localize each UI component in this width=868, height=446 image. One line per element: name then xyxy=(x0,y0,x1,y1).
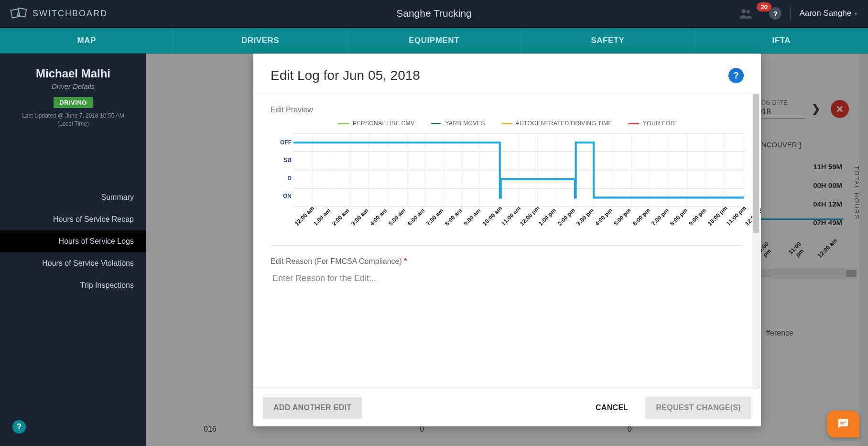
chevron-down-icon: ▼ xyxy=(853,11,858,17)
legend-auto-driving: AUTOGENERATED DRIVING TIME xyxy=(501,120,612,127)
users-icon[interactable] xyxy=(739,8,752,19)
x-tick: 9:00 pm xyxy=(687,207,707,227)
x-tick: 10:00 pm xyxy=(706,205,729,227)
x-tick: 8:00 am xyxy=(444,207,464,227)
y-label-d: D xyxy=(271,175,292,182)
driver-summary: Michael Malhi Driver Details DRIVING Las… xyxy=(0,54,146,134)
legend-swatch xyxy=(629,123,639,124)
modal-title: Edit Log for Jun 05, 2018 xyxy=(271,68,420,83)
chart-x-axis: 12:00 am1:00 am2:00 am3:00 am4:00 am5:00… xyxy=(293,207,744,229)
svg-point-2 xyxy=(742,9,746,13)
y-label-sb: SB xyxy=(271,157,292,163)
nav-ifta[interactable]: IFTA xyxy=(695,28,868,53)
scrollbar-thumb[interactable] xyxy=(753,94,759,233)
section-divider xyxy=(271,245,744,246)
brand-text: SWITCHBOARD xyxy=(33,9,108,19)
svg-point-3 xyxy=(747,10,750,13)
add-edit-button[interactable]: ADD ANOTHER EDIT xyxy=(263,397,362,419)
modal-footer: ADD ANOTHER EDIT CANCEL REQUEST CHANGE(S… xyxy=(253,389,761,426)
legend-swatch xyxy=(501,123,512,124)
x-tick: 6:00 pm xyxy=(631,207,651,227)
sidebar: Michael Malhi Driver Details DRIVING Las… xyxy=(0,54,146,446)
sidebar-help-icon[interactable]: ? xyxy=(12,420,26,434)
x-tick: 9:00 am xyxy=(462,207,482,227)
x-tick: 8:00 pm xyxy=(669,207,689,227)
legend-yard-moves: YARD MOVES xyxy=(431,120,485,127)
x-tick: 6:00 am xyxy=(406,207,426,227)
sidebar-item-inspections[interactable]: Trip Inspections xyxy=(0,274,146,296)
legend-label: AUTOGENERATED DRIVING TIME xyxy=(516,120,612,127)
chart-canvas xyxy=(293,133,744,207)
chart-legend: PERSONAL USE CMV YARD MOVES AUTOGENERATE… xyxy=(271,120,744,127)
y-label-on: ON xyxy=(271,193,292,199)
nav-drivers[interactable]: DRIVERS xyxy=(174,28,347,53)
company-name: Sanghe Trucking xyxy=(396,8,472,19)
svg-rect-34 xyxy=(840,422,846,423)
legend-your-edit: YOUR EDIT xyxy=(629,120,676,127)
legend-label: YOUR EDIT xyxy=(643,120,676,127)
modal-header: Edit Log for Jun 05, 2018 ? xyxy=(253,54,761,93)
x-tick: 7:00 am xyxy=(425,207,445,227)
request-changes-button[interactable]: REQUEST CHANGE(S) xyxy=(645,397,751,419)
modal-scrollbar[interactable] xyxy=(752,93,760,389)
legend-label: YARD MOVES xyxy=(445,120,485,127)
modal-body: Edit Preview PERSONAL USE CMV YARD MOVES… xyxy=(253,93,761,389)
x-tick: 4:00 pm xyxy=(594,207,614,227)
nav-equipment[interactable]: EQUIPMENT xyxy=(347,28,521,53)
x-tick: 7:00 pm xyxy=(650,207,670,227)
modal-help-icon[interactable]: ? xyxy=(728,68,744,83)
driver-subtitle: Driver Details xyxy=(6,82,141,90)
reason-input[interactable] xyxy=(271,266,744,287)
x-tick: 12:00 am xyxy=(293,205,315,227)
divider xyxy=(790,7,791,20)
app-header: SWITCHBOARD Sanghe Trucking 20 ? Aaron S… xyxy=(0,0,868,28)
x-tick: 3:00 pm xyxy=(575,207,595,227)
legend-swatch xyxy=(338,123,349,124)
x-tick: 11:00 am xyxy=(500,205,522,227)
header-actions: 20 ? Aaron Sanghe▼ xyxy=(739,7,858,20)
status-badge: DRIVING xyxy=(54,97,93,108)
legend-swatch xyxy=(431,123,441,124)
content-area: ❮ DRIVER'S LOG DATE Jun 5, 2018 ❯ ✕ /ANC… xyxy=(146,54,868,446)
legend-personal-cmv: PERSONAL USE CMV xyxy=(338,120,414,127)
required-indicator: * xyxy=(404,257,407,265)
reason-label-row: Edit Reason (For FMCSA Compliance) * xyxy=(271,257,744,266)
x-tick: 5:00 am xyxy=(387,207,407,227)
cancel-button[interactable]: CANCEL xyxy=(585,397,639,419)
edit-log-modal: Edit Log for Jun 05, 2018 ? Edit Preview… xyxy=(253,54,761,426)
x-tick: 1:00 am xyxy=(312,207,332,227)
x-tick: 3:00 am xyxy=(350,207,370,227)
x-tick: 5:00 pm xyxy=(612,207,632,227)
x-tick: 10:00 am xyxy=(481,205,503,227)
chart: OFF SB D ON 12:00 am1:00 am2:00 am3:00 a… xyxy=(271,133,744,224)
help-icon[interactable]: ? xyxy=(769,7,781,20)
svg-rect-35 xyxy=(840,424,845,424)
last-updated: Last Updated @ June 7, 2018 10:55 AM (Lo… xyxy=(6,112,141,128)
chat-icon xyxy=(836,417,850,431)
chart-y-axis: OFF SB D ON xyxy=(271,133,292,205)
brand-logo[interactable]: SWITCHBOARD xyxy=(10,6,108,21)
preview-heading: Edit Preview xyxy=(271,106,744,114)
sidebar-item-recap[interactable]: Hours of Service Recap xyxy=(0,208,146,230)
sidebar-item-logs[interactable]: Hours of Service Logs xyxy=(0,230,146,252)
last-updated-line1: Last Updated @ June 7, 2018 10:55 AM xyxy=(6,112,141,120)
x-tick: 12:00 pm xyxy=(519,205,541,227)
logo-icon xyxy=(10,6,29,21)
user-name-label: Aaron Sanghe xyxy=(799,9,851,18)
y-label-off: OFF xyxy=(271,139,292,146)
driver-name: Michael Malhi xyxy=(6,67,141,80)
x-tick: 2:00 am xyxy=(331,207,351,227)
x-tick: 2:00 pm xyxy=(556,207,576,227)
nav-map[interactable]: MAP xyxy=(0,28,174,53)
reason-label: Edit Reason (For FMCSA Compliance) xyxy=(271,257,402,265)
sidebar-menu: Summary Hours of Service Recap Hours of … xyxy=(0,186,146,296)
notification-badge: 20 xyxy=(757,2,771,11)
user-menu[interactable]: Aaron Sanghe▼ xyxy=(799,9,858,18)
top-nav: MAP DRIVERS EQUIPMENT SAFETY IFTA xyxy=(0,28,868,54)
chat-fab[interactable] xyxy=(827,411,859,437)
x-tick: 11:00 pm xyxy=(725,205,748,227)
legend-label: PERSONAL USE CMV xyxy=(353,120,414,127)
sidebar-item-violations[interactable]: Hours of Service Violations xyxy=(0,252,146,274)
nav-safety[interactable]: SAFETY xyxy=(521,28,694,53)
sidebar-item-summary[interactable]: Summary xyxy=(0,186,146,208)
